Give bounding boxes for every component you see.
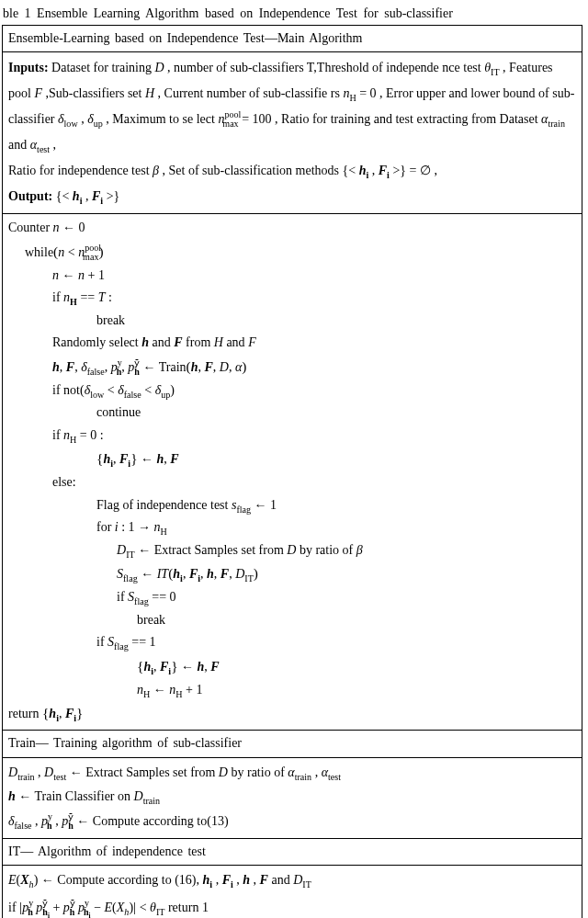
Fi: Fi (379, 164, 390, 177)
inputs-l5b: , Set of sub-classification methods (159, 164, 342, 177)
if-not-delta: if not(δlow < δfalse < δup) (8, 380, 576, 402)
output-open: {< (52, 189, 73, 203)
inputs-l4b: , Ratio for training and test extracting… (272, 112, 542, 126)
if-nH-0: if nH = 0 : (8, 425, 576, 448)
alpha-train: αtrain (541, 112, 565, 126)
inputs-l5a: Ratio for independence test (8, 164, 153, 177)
train-call: h, F, δfalse, pyh, pȳh ← Train(h, F, D, … (8, 355, 576, 380)
it-header: IT— Algorithm of independence test (3, 838, 582, 866)
sym-D: D (154, 61, 164, 74)
train-extract: Dtrain , Dtest ← Extract Samples set fro… (8, 765, 341, 779)
alpha-test: αtest (30, 138, 50, 152)
sym-F: F (34, 86, 42, 100)
set-mid: , (368, 164, 379, 177)
Sflag-IT: Sflag ← IT(hi, Fi, h, F, DIT) (8, 561, 576, 586)
table-caption: ble 1 Ensemble Learning Algorithm based … (2, 4, 586, 24)
inputs-l3c: , Maximum to se (103, 112, 193, 126)
it-head-text: IT— Algorithm of independence test (8, 844, 206, 858)
out-Fi: Fi (92, 189, 103, 203)
output-close: >} (103, 189, 119, 203)
theta-it: θIT (484, 61, 499, 74)
beta: β (153, 164, 159, 177)
train-body: Dtrain , Dtest ← Extract Samples set fro… (3, 757, 582, 838)
hi: hi (359, 164, 369, 177)
for-line: for i : 1 → nH (8, 516, 576, 539)
inputs-cell: Inputs: Dataset for training D , number … (3, 52, 582, 214)
inputs-t2: , number of sub-classifiers T,Threshold … (164, 61, 439, 74)
it-body: E(Xh) ← Compute according to (16), hi , … (3, 866, 582, 918)
nH-inc: nH ← nH + 1 (8, 679, 576, 702)
inputs-t1: Dataset for training (49, 61, 155, 74)
inputs-l2d: , Current number of sub-classifie (154, 86, 327, 100)
and1: and (8, 138, 30, 152)
if-Sflag-1: if Sflag == 1 (8, 631, 576, 654)
inputs-l2a: nce test (442, 61, 484, 74)
inputs-label: Inputs: (8, 61, 49, 74)
return-line: return {hi, Fi} (8, 707, 83, 720)
sym-H: H (145, 86, 154, 100)
out-sep: , (82, 189, 92, 203)
DIT-line: DIT ← Extract Samples set from D by rati… (8, 539, 576, 562)
while-line: while(n < npoolmax) (8, 240, 576, 265)
set-close: >} = ∅ , (390, 164, 437, 177)
continue: continue (8, 402, 576, 425)
npool: npoolmax (218, 112, 238, 126)
main-algorithm-header: Ensemble-Learning based on Independence … (3, 25, 582, 52)
inputs-l3a: rs (331, 86, 344, 100)
main-head-text: Ensemble-Learning based on Independence … (8, 31, 363, 45)
inputs-l2c: ,Sub-classifiers set (42, 86, 145, 100)
rand-select: Randomly select h and F from H and F (8, 332, 576, 355)
counter-line: Counter n ← 0 (8, 221, 85, 234)
set-open: {< (343, 164, 359, 177)
n-inc-line: n ← n + 1 (8, 265, 576, 288)
train-head-text: Train— Training algorithm of sub-classif… (8, 736, 242, 750)
if-nH-T: if nH == T : (8, 287, 576, 310)
compute-16: E(Xh) ← Compute according to (16), hi , … (8, 873, 311, 887)
set-assign-2: {hi, Fi} ← h, F (8, 654, 576, 679)
eq0: = 0 (356, 86, 377, 100)
h-train: h ← Train Classifier on Dtrain (8, 789, 160, 803)
else: else: (8, 471, 576, 494)
output-label: Output: (8, 189, 52, 203)
inputs-l4c: , (50, 138, 56, 152)
eq100: = 100 (239, 112, 272, 126)
train-header: Train— Training algorithm of sub-classif… (3, 731, 582, 758)
inputs-l4a: lect (197, 112, 219, 126)
compute-13: δfalse , pyh , pȳh ← Compute according t… (8, 814, 229, 828)
algorithm-table: Ensemble-Learning based on Independence … (2, 25, 582, 918)
set-assign-1: {hi, Fi} ← h, F (8, 447, 576, 471)
delta-up: δup (87, 112, 103, 126)
delta-low: δlow (58, 112, 78, 126)
if-Sflag-0: if Sflag == 0 (8, 586, 576, 609)
break-2: break (8, 609, 576, 632)
break-1: break (8, 310, 576, 333)
if-abs: if |pyh pȳhi + pȳh pyhi − E(Xh)| < θIT r… (8, 901, 209, 914)
out-hi: hi (73, 189, 83, 203)
nH: nH (343, 86, 356, 100)
flag-line: Flag of independence test sflag ← 1 (8, 494, 576, 517)
main-body-cell: Counter n ← 0 while(n < npoolmax) n ← n … (3, 214, 582, 731)
